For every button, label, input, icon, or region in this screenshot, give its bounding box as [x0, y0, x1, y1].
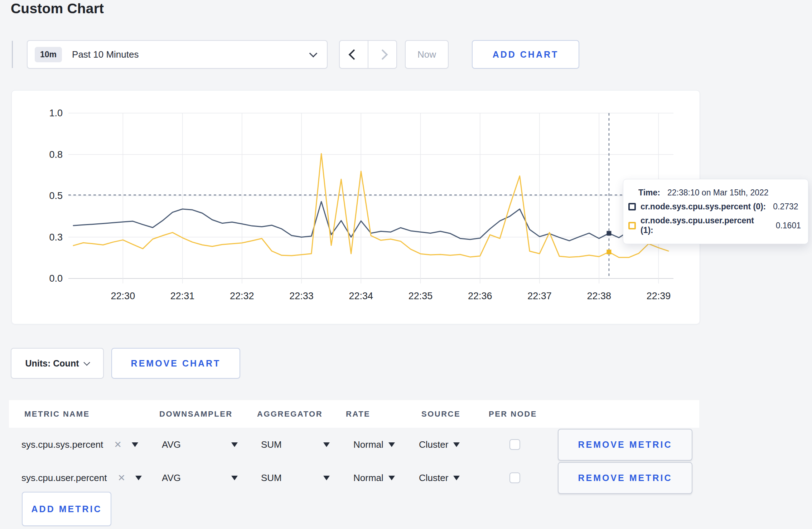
metric-table-row: sys.cpu.sys.percent ✕ AVG SUM Normal Clu…: [9, 428, 699, 461]
time-nav-group: [339, 40, 397, 69]
clear-metric-icon[interactable]: ✕: [117, 472, 125, 484]
metric-name-value: sys.cpu.user.percent: [21, 472, 107, 484]
tooltip-time-row: Time: 22:38:10 on Mar 15th, 2022: [638, 188, 801, 198]
svg-text:22:37: 22:37: [527, 291, 552, 301]
column-header-aggregator: AGGREGATOR: [257, 400, 323, 428]
aggregator-select[interactable]: SUM: [261, 462, 330, 494]
downsampler-select[interactable]: AVG: [162, 462, 238, 494]
column-header-downsampler: DOWNSAMPLER: [159, 400, 233, 428]
tooltip-time-value: 22:38:10 on Mar 15th, 2022: [667, 188, 769, 198]
aggregator-value: SUM: [261, 472, 282, 484]
dropdown-caret-icon: [323, 442, 330, 447]
source-value: Cluster: [419, 439, 448, 450]
tooltip-series-value: 0.2732: [773, 202, 798, 212]
metrics-table-header: METRIC NAME DOWNSAMPLER AGGREGATOR RATE …: [9, 400, 699, 428]
chevron-right-icon: [377, 49, 388, 60]
svg-text:0.8: 0.8: [49, 149, 63, 160]
tooltip-series-label: cr.node.sys.cpu.user.percent (1):: [641, 216, 769, 235]
per-node-checkbox[interactable]: [509, 472, 520, 483]
source-select[interactable]: Cluster: [419, 462, 460, 494]
svg-text:22:30: 22:30: [111, 291, 135, 301]
remove-metric-cell: REMOVE METRIC: [558, 462, 692, 494]
tooltip-series-row: cr.node.sys.cpu.sys.percent (0): 0.2732: [628, 202, 801, 212]
remove-metric-button[interactable]: REMOVE METRIC: [558, 462, 692, 494]
rate-value: Normal: [353, 472, 383, 484]
column-header-source: SOURCE: [421, 400, 460, 428]
svg-text:0.0: 0.0: [49, 273, 63, 284]
aggregator-value: SUM: [261, 439, 282, 450]
per-node-cell: [509, 428, 520, 461]
dropdown-caret-icon: [388, 442, 395, 447]
chart-tooltip: Time: 22:38:10 on Mar 15th, 2022 cr.node…: [623, 179, 808, 244]
svg-text:0.3: 0.3: [49, 232, 63, 243]
rate-select[interactable]: Normal: [353, 428, 395, 461]
metric-name-value: sys.cpu.sys.percent: [21, 439, 103, 450]
dropdown-caret-icon: [453, 476, 460, 480]
remove-metric-button[interactable]: REMOVE METRIC: [558, 429, 692, 461]
chart-plot[interactable]: 0.00.30.50.81.022:3022:3122:3222:3322:34…: [12, 91, 700, 324]
column-header-per-node: PER NODE: [489, 400, 537, 428]
source-select[interactable]: Cluster: [419, 428, 460, 461]
source-value: Cluster: [419, 472, 448, 484]
time-range-badge: 10m: [35, 47, 62, 62]
clear-metric-icon[interactable]: ✕: [114, 439, 122, 450]
svg-text:22:31: 22:31: [170, 291, 195, 301]
rate-select[interactable]: Normal: [353, 462, 395, 494]
chart-card: 0.00.30.50.81.022:3022:3122:3222:3322:34…: [11, 90, 700, 324]
tooltip-series-value: 0.1601: [776, 221, 801, 230]
tooltip-series-label: cr.node.sys.cpu.sys.percent (0):: [641, 202, 766, 212]
dropdown-caret-icon: [132, 442, 138, 447]
column-header-rate: RATE: [346, 400, 370, 428]
metric-table-row: sys.cpu.user.percent ✕ AVG SUM Normal Cl…: [9, 462, 699, 494]
dropdown-caret-icon: [231, 442, 238, 447]
svg-text:22:32: 22:32: [230, 291, 254, 301]
svg-text:22:39: 22:39: [647, 291, 671, 301]
sys-series-swatch-icon: [628, 203, 636, 210]
user-series-swatch-icon: [628, 222, 636, 229]
remove-metric-cell: REMOVE METRIC: [558, 428, 692, 461]
dropdown-caret-icon: [323, 476, 330, 480]
downsampler-value: AVG: [162, 439, 181, 450]
chevron-left-icon: [348, 49, 359, 60]
dropdown-caret-icon: [388, 476, 395, 480]
toolbar-divider: [12, 41, 13, 68]
svg-text:1.0: 1.0: [49, 108, 63, 118]
dropdown-caret-icon: [453, 442, 460, 447]
downsampler-select[interactable]: AVG: [162, 428, 238, 461]
units-label: Units: Count: [25, 358, 79, 369]
dropdown-caret-icon: [231, 476, 238, 480]
metric-name-select[interactable]: sys.cpu.sys.percent ✕: [21, 428, 138, 461]
now-button[interactable]: Now: [405, 40, 449, 69]
time-range-select[interactable]: 10m Past 10 Minutes: [27, 40, 328, 69]
tooltip-time-label: Time:: [638, 188, 660, 198]
metric-name-select[interactable]: sys.cpu.user.percent ✕: [21, 462, 142, 494]
svg-text:22:38: 22:38: [587, 291, 611, 301]
tooltip-series-row: cr.node.sys.cpu.user.percent (1): 0.1601: [628, 216, 801, 235]
time-range-label: Past 10 Minutes: [72, 49, 139, 60]
units-select[interactable]: Units: Count: [11, 348, 104, 379]
add-chart-button[interactable]: ADD CHART: [472, 40, 579, 69]
svg-text:22:36: 22:36: [468, 291, 492, 301]
svg-text:22:34: 22:34: [349, 291, 373, 301]
chevron-down-icon: [309, 49, 318, 58]
custom-chart-page: Custom Chart 10m Past 10 Minutes Now ADD…: [0, 0, 812, 529]
downsampler-value: AVG: [162, 472, 181, 484]
svg-text:0.5: 0.5: [49, 190, 63, 201]
column-header-metric-name: METRIC NAME: [24, 400, 90, 428]
remove-chart-button[interactable]: REMOVE CHART: [111, 348, 240, 379]
svg-text:22:33: 22:33: [289, 291, 314, 301]
add-metric-button[interactable]: ADD METRIC: [22, 492, 111, 526]
chevron-down-icon: [84, 359, 90, 365]
rate-value: Normal: [353, 439, 383, 450]
page-title: Custom Chart: [11, 1, 104, 16]
prev-range-button[interactable]: [340, 41, 368, 68]
per-node-checkbox[interactable]: [509, 439, 520, 450]
dropdown-caret-icon: [135, 476, 142, 480]
next-range-button[interactable]: [368, 41, 396, 68]
aggregator-select[interactable]: SUM: [261, 428, 330, 461]
per-node-cell: [509, 462, 520, 494]
svg-text:22:35: 22:35: [409, 291, 433, 301]
